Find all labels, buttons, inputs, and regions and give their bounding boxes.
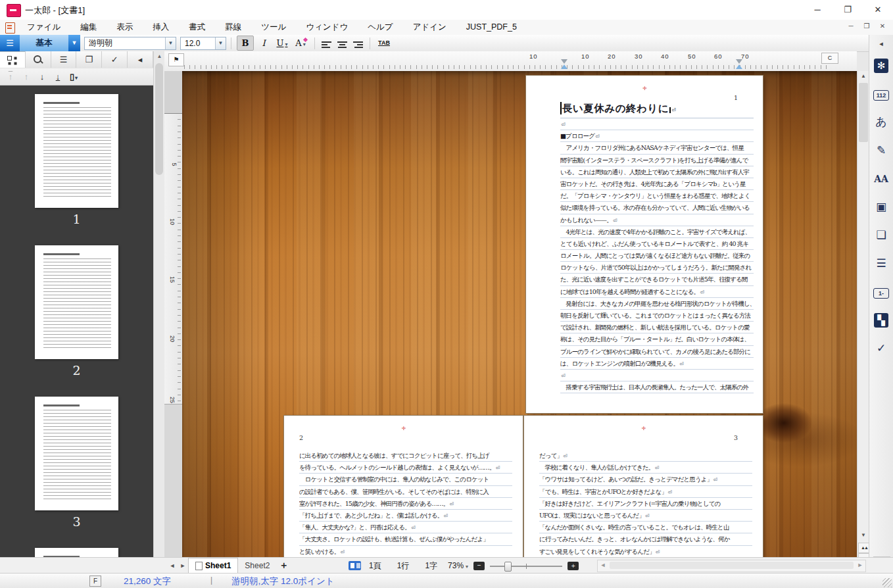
insert-media-icon[interactable]: ▣	[872, 198, 890, 216]
text-line: の設計者でもある、僕、笹岡時生がいる。そしてそのそばには、特別に入	[299, 486, 512, 498]
search-tab[interactable]	[26, 51, 51, 68]
scroll-right-icon[interactable]: ►	[855, 560, 865, 570]
zoom-slider[interactable]	[490, 562, 562, 570]
window-resize-grip[interactable]	[882, 578, 892, 587]
italic-button[interactable]: I	[255, 36, 272, 51]
tab-flag-button[interactable]: ⚑	[168, 53, 184, 66]
menu-item[interactable]: アドイン	[403, 20, 456, 35]
proofread-check-icon[interactable]: ✓	[872, 339, 890, 358]
menu-item[interactable]: ファイル	[17, 20, 70, 35]
sheet-back-icon[interactable]: ◄	[167, 562, 178, 569]
margin-marker[interactable]	[735, 59, 743, 69]
menu-item[interactable]: 書式	[179, 20, 215, 35]
move-last-page-button[interactable]: ↓	[50, 70, 66, 84]
hscroll-thumb[interactable]	[610, 562, 854, 569]
paragraph-mark: ⏎	[563, 453, 567, 459]
menu-item[interactable]: ウィンドウ	[296, 20, 358, 35]
page-thumbnail[interactable]	[35, 245, 118, 359]
paragraph-format-icon[interactable]: ☰	[872, 255, 890, 273]
document-vertical-scrollbar[interactable]: ▲ ▼ ▲▲ ▼▼	[857, 71, 869, 571]
bold-button[interactable]: B	[237, 36, 254, 51]
scroll-up-icon[interactable]: ▲	[857, 71, 869, 82]
menu-item[interactable]: 罫線	[215, 20, 251, 35]
menu-item[interactable]: ツール	[251, 20, 296, 35]
character-count-icon[interactable]: 112	[872, 85, 890, 103]
menu-item[interactable]: 表示	[107, 20, 143, 35]
page-display-mode-button[interactable]: ▯	[66, 70, 82, 84]
page-thumbnail[interactable]	[35, 94, 118, 208]
page-number-icon[interactable]: 1-	[872, 283, 890, 301]
decoration-pen-icon[interactable]: ✎	[872, 141, 890, 160]
font-size-combo[interactable]: 12.0 ▼	[180, 37, 226, 50]
hamburger-icon[interactable]: ☰	[0, 38, 20, 48]
move-prev-page-button[interactable]: ↑	[18, 70, 34, 84]
scroll-down-icon[interactable]: ▼	[857, 530, 869, 541]
justsystems-launcher-icon[interactable]: ✻	[872, 57, 890, 75]
document-horizontal-scrollbar[interactable]: ◄ ►	[597, 560, 866, 572]
panel-scrollbar[interactable]: ▲ ▼	[153, 51, 165, 571]
thumbnail-block[interactable]: 2	[0, 237, 153, 388]
outline-view-tab[interactable]: ☰	[51, 51, 77, 68]
ruler-number: 20	[169, 335, 176, 342]
align-left-icon[interactable]	[322, 41, 333, 49]
toolbar-mode-selector[interactable]: ☰ 基本 ▼	[0, 35, 80, 51]
close-button[interactable]: ✕	[863, 0, 893, 20]
page-thumbnail[interactable]	[35, 397, 118, 510]
tab-button[interactable]: TAB	[375, 36, 393, 51]
minimize-button[interactable]: ─	[802, 0, 833, 20]
ruler-c-button[interactable]: C	[821, 53, 838, 64]
font-name-combo[interactable]: 游明朝 ▼	[84, 37, 176, 50]
paragraph-mark: ⏎	[669, 107, 676, 113]
add-sheet-button[interactable]: ＋	[276, 560, 291, 572]
zoom-slider-thumb[interactable]	[504, 562, 512, 572]
font-name-dropdown-icon[interactable]: ▼	[165, 37, 176, 49]
align-right-icon[interactable]	[352, 41, 363, 49]
panel-scroll-thumb[interactable]	[155, 63, 163, 175]
sheet-tab-2[interactable]: Sheet2	[238, 558, 276, 574]
document-page-2[interactable]: ✛ 2 に出る初めての地球人となる彼は、すでにコクピットに座って、打ち上げを待っ…	[284, 416, 523, 557]
scroll-left-icon[interactable]: ◄	[598, 560, 608, 570]
align-center-icon[interactable]	[337, 41, 348, 49]
collapse-panel-button[interactable]: ◂	[128, 51, 153, 68]
thumbnail-view-tab[interactable]	[0, 51, 26, 68]
text-line: ロメートル。人間にとっては気が遠くなるほど途方もない距離だ。従来の	[560, 250, 754, 262]
copy-format-icon[interactable]: ❏	[872, 226, 890, 245]
restore-button[interactable]: ❐	[833, 0, 863, 20]
document-page-1[interactable]: ✛ 1 長い夏休みの終わりに⏎⏎■プロローグ⏎ アメリカ・フロリダ州にあるNAS…	[526, 76, 763, 413]
zoom-out-button[interactable]: −	[473, 562, 485, 570]
scroll-thumb[interactable]	[859, 83, 868, 142]
sheet-forward-icon[interactable]: ►	[178, 562, 188, 569]
move-next-page-button[interactable]: ↓	[34, 70, 50, 84]
toolbar-mode-dropdown-icon[interactable]: ▼	[68, 35, 80, 51]
underline-button[interactable]: U▾	[274, 36, 291, 51]
doc-restore-button[interactable]: ❐	[861, 21, 872, 32]
font-style-icon[interactable]: AA	[872, 170, 890, 188]
f-mode-button[interactable]: F	[89, 576, 101, 587]
view-panel-icon[interactable]	[349, 561, 361, 570]
thumbnail-block[interactable]: 1	[0, 86, 153, 237]
menu-item[interactable]: JUST_PDF_5	[456, 20, 527, 35]
page-flip-tab[interactable]: ❐	[76, 51, 102, 68]
document-page-3[interactable]: ✛ 3 だって」⏎ 学校に着くなり、隼人が話しかけてきた。⏎「ウワサは知ってるけ…	[524, 416, 763, 557]
menu-item[interactable]: 挿入	[143, 20, 179, 35]
menu-item[interactable]: 編集	[70, 20, 107, 35]
font-size-dropdown-icon[interactable]: ▼	[215, 37, 226, 49]
format-pen-button[interactable]: A▾	[292, 36, 309, 51]
doc-minimize-button[interactable]: ─	[846, 21, 856, 32]
proof-view-tab[interactable]: ✓	[102, 51, 128, 68]
zoom-in-button[interactable]: ＋	[567, 562, 579, 570]
panel-scroll-up-icon[interactable]: ▲	[154, 51, 165, 61]
japanese-input-icon[interactable]: あ	[872, 113, 890, 132]
collapse-strip-icon[interactable]: ◂	[875, 37, 888, 49]
ruler-number: 40	[661, 53, 669, 60]
zoom-value[interactable]: 73%	[448, 561, 468, 570]
doc-close-button[interactable]: ✕	[877, 21, 888, 32]
menu-item[interactable]: ヘルプ	[358, 20, 402, 35]
sheet-tab-1[interactable]: Sheet1	[188, 558, 238, 574]
thumbnail-block[interactable]: 3	[0, 388, 153, 539]
margin-marker[interactable]	[560, 59, 568, 69]
text-line: 似た環境を持っている。水の存在も分かっていて、人間に近い生物がいる	[560, 202, 754, 214]
move-first-page-button[interactable]: ↑	[3, 70, 18, 84]
pattern-check-icon[interactable]: ▚	[872, 311, 890, 330]
paragraph-mark: ⏎	[340, 549, 345, 555]
